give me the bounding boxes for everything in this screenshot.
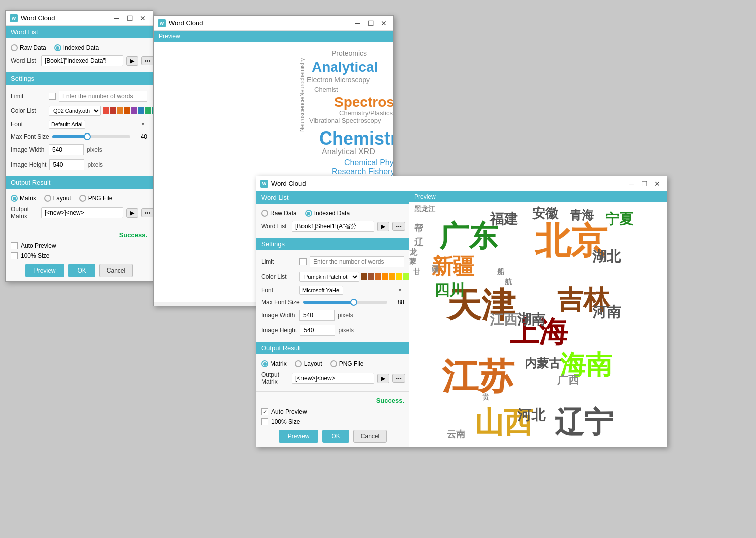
wc2-word: 安徽 <box>532 205 558 222</box>
wc2-word: 疆 <box>432 265 439 274</box>
output-matrix-more-1[interactable]: ••• <box>141 208 155 217</box>
auto-preview-row-1: Auto Preview <box>11 241 147 251</box>
data-type-radio-group-1: Raw Data Indexed Data <box>11 42 147 53</box>
auto-preview-checkbox-1[interactable] <box>11 242 18 249</box>
font-select-1[interactable]: Default: Arial <box>49 120 85 129</box>
ok-btn-1[interactable]: OK <box>68 264 95 277</box>
wc2-word: 福建 <box>490 210 518 229</box>
swatch-3-1 <box>361 273 367 280</box>
png-radio-1[interactable]: PNG File <box>79 195 113 202</box>
close-btn-3[interactable]: ✕ <box>652 178 663 189</box>
limit-checkbox-3[interactable] <box>299 258 307 265</box>
wc2-word: 辽宁 <box>555 403 613 442</box>
wc2-word: 云南 <box>447 428 465 440</box>
preview-header-2: Preview <box>154 31 393 42</box>
swatch-7 <box>145 107 151 114</box>
minimize-btn-1[interactable]: ─ <box>111 13 122 24</box>
matrix-circle-1 <box>11 195 18 202</box>
png-circle-1 <box>79 195 86 202</box>
minimize-btn-2[interactable]: ─ <box>352 18 363 29</box>
color-list-select-3[interactable]: Pumpkin Patch.otl <box>299 272 359 282</box>
word-list-body-3: Raw Data Indexed Data Word List ▶ ••• <box>256 204 409 238</box>
limit-input-3[interactable] <box>310 256 404 267</box>
output-header-3: Output Result <box>256 342 409 354</box>
preview-btn-3[interactable]: Preview <box>279 430 319 443</box>
word-list-header-3: Word List <box>256 191 409 204</box>
word-list-arrow-btn-1[interactable]: ▶ <box>126 56 138 66</box>
word-cloud-2: 北京广东天津上海江苏山西辽宁海南吉林新疆四川福建安徽青海宁夏湖北河南湖南江西内蒙… <box>409 202 667 447</box>
combined-window-3[interactable]: W Word Cloud ─ ☐ ✕ Word List Raw Data <box>256 176 667 447</box>
word-list-row-1: Word List ▶ ••• <box>11 53 147 68</box>
font-size-slider-3[interactable] <box>303 301 387 304</box>
word-list-more-btn-3[interactable]: ••• <box>392 222 405 231</box>
layout-radio-3[interactable]: Layout <box>295 360 322 367</box>
image-width-row-3: Image Width pixels <box>261 308 404 323</box>
raw-data-radio-1[interactable]: Raw Data <box>11 44 46 51</box>
image-width-row-1: Image Width pixels <box>11 142 147 157</box>
color-list-select-1[interactable]: Q02 Candy.oth <box>49 106 101 116</box>
output-radio-group-1: Matrix Layout PNG File <box>11 193 147 204</box>
output-matrix-input-3[interactable] <box>292 373 374 384</box>
color-list-row-1: Color List Q02 Candy.oth <box>11 104 147 118</box>
limit-input-1[interactable] <box>59 91 147 102</box>
window-1-dialog[interactable]: W Word Cloud ─ ☐ ✕ Word List Raw Data In… <box>5 10 153 282</box>
raw-data-radio-3[interactable]: Raw Data <box>261 210 297 217</box>
ok-btn-3[interactable]: OK <box>322 430 349 443</box>
swatch-6 <box>138 107 144 114</box>
image-width-input-3[interactable] <box>299 310 335 321</box>
image-height-input-3[interactable] <box>300 325 335 336</box>
output-matrix-input-1[interactable] <box>41 207 123 218</box>
wc1-word: Chemist <box>314 86 338 93</box>
max-font-row-3: Max Font Size 88 <box>261 297 404 308</box>
png-radio-3[interactable]: PNG File <box>330 360 364 367</box>
close-btn-1[interactable]: ✕ <box>137 13 148 24</box>
indexed-data-circle-1 <box>54 44 61 51</box>
word-list-input-1[interactable] <box>41 55 123 66</box>
font-select-3[interactable]: Microsoft YaHei <box>299 286 343 295</box>
indexed-data-radio-3[interactable]: Indexed Data <box>305 210 350 217</box>
layout-radio-1[interactable]: Layout <box>44 195 71 202</box>
wc2-word: 辽 <box>414 236 423 248</box>
window-2-title: Word Cloud <box>169 19 203 27</box>
combined-inner: Word List Raw Data Indexed Data Word Lis… <box>256 191 667 447</box>
auto-preview-checkbox-3[interactable] <box>261 408 268 415</box>
maximize-btn-3[interactable]: ☐ <box>639 178 650 189</box>
size-100-checkbox-3[interactable] <box>261 418 268 425</box>
close-btn-2[interactable]: ✕ <box>378 18 389 29</box>
word-list-arrow-btn-3[interactable]: ▶ <box>377 222 389 231</box>
swatch-4 <box>124 107 130 114</box>
image-width-input-1[interactable] <box>49 144 84 155</box>
output-matrix-arrow-1[interactable]: ▶ <box>126 208 138 218</box>
bottom-bar-1: Success. Auto Preview 100% Size Preview … <box>6 226 153 281</box>
indexed-data-radio-1[interactable]: Indexed Data <box>54 44 99 51</box>
output-matrix-arrow-3[interactable]: ▶ <box>377 374 389 383</box>
wc2-word: 帮 <box>414 222 423 234</box>
raw-data-circle-1 <box>11 44 18 51</box>
limit-checkbox-1[interactable] <box>49 93 56 100</box>
word-list-more-btn-1[interactable]: ••• <box>141 56 155 65</box>
auto-preview-row-3: Auto Preview <box>261 407 404 417</box>
output-matrix-more-3[interactable]: ••• <box>392 374 405 383</box>
max-font-row-1: Max Font Size 40 <box>11 131 147 142</box>
preview-header-4: Preview <box>409 191 667 202</box>
cancel-btn-1[interactable]: Cancel <box>99 264 133 277</box>
minimize-btn-3[interactable]: ─ <box>626 178 637 189</box>
image-height-input-1[interactable] <box>49 159 84 170</box>
raw-data-circle-3 <box>261 210 268 217</box>
window-1-controls: ─ ☐ ✕ <box>111 13 148 24</box>
cancel-btn-3[interactable]: Cancel <box>353 430 387 443</box>
image-height-row-3: Image Height pixels <box>261 323 404 338</box>
layout-circle-1 <box>44 195 51 202</box>
preview-btn-1[interactable]: Preview <box>25 264 65 277</box>
settings-header-1: Settings <box>6 72 153 85</box>
maximize-btn-1[interactable]: ☐ <box>124 13 135 24</box>
matrix-radio-3[interactable]: Matrix <box>261 360 287 367</box>
word-list-row-3: Word List ▶ ••• <box>261 219 404 234</box>
size-100-checkbox-1[interactable] <box>11 252 18 259</box>
maximize-btn-2[interactable]: ☐ <box>365 18 376 29</box>
wc2-word: 甘 <box>413 267 420 277</box>
window-3-title: Word Cloud <box>271 180 306 187</box>
matrix-radio-1[interactable]: Matrix <box>11 195 36 202</box>
word-list-input-3[interactable] <box>292 221 374 232</box>
font-size-slider-1[interactable] <box>52 135 130 138</box>
